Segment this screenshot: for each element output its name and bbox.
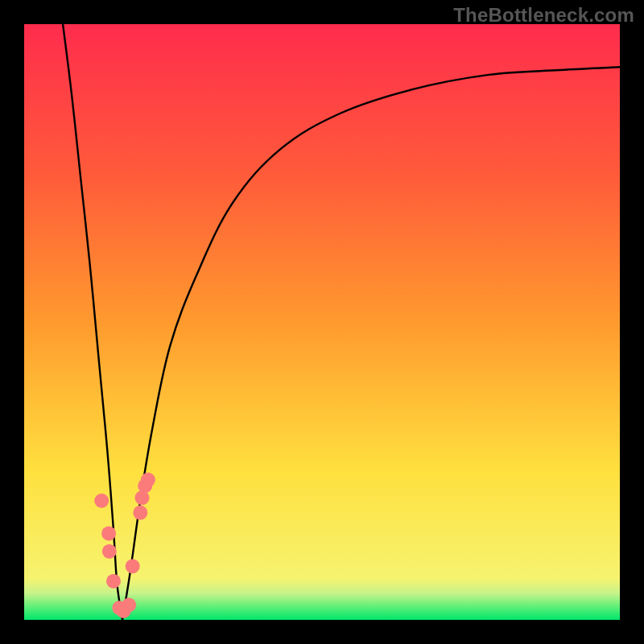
watermark-text: TheBottleneck.com <box>453 4 634 27</box>
data-point <box>141 473 155 487</box>
data-point <box>126 559 140 573</box>
chart-frame: TheBottleneck.com <box>0 0 644 644</box>
data-point <box>102 544 117 559</box>
data-point <box>133 506 147 520</box>
bottleneck-chart <box>0 0 644 644</box>
data-point <box>101 526 116 541</box>
data-point <box>106 574 121 588</box>
data-point <box>94 493 109 508</box>
data-point <box>122 598 136 613</box>
